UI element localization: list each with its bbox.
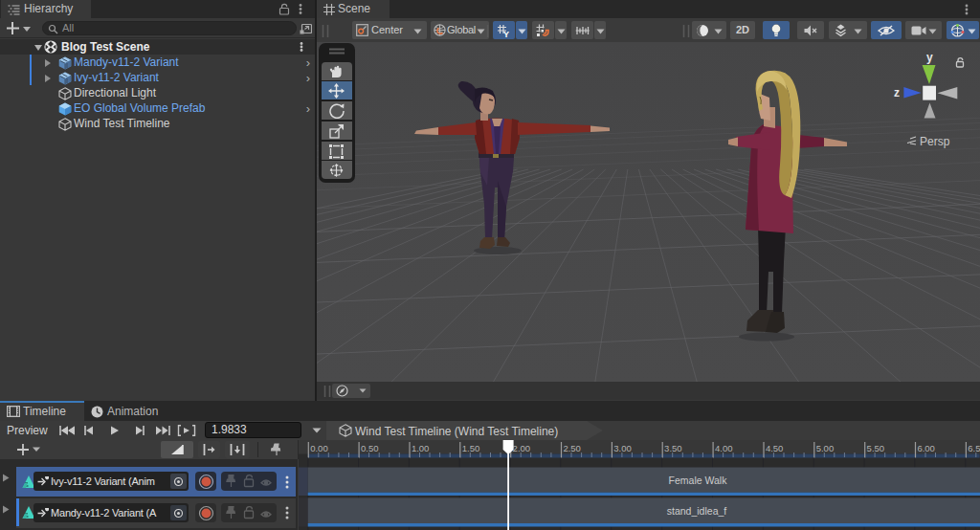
svg-text:4.00: 4.00	[715, 443, 733, 453]
svg-text:1.00: 1.00	[412, 443, 430, 453]
svg-text:3.50: 3.50	[664, 443, 682, 453]
svg-text:1.50: 1.50	[462, 443, 480, 453]
svg-text:stand_idlea_f: stand_idlea_f	[667, 505, 727, 517]
svg-text:5.50: 5.50	[867, 443, 885, 453]
svg-text:Female Walk: Female Walk	[669, 475, 728, 486]
svg-text:2.50: 2.50	[563, 443, 581, 453]
svg-text:Wind Test Timeline (Wind Test: Wind Test Timeline (Wind Test Timeline)	[355, 425, 558, 438]
svg-text:0.50: 0.50	[361, 443, 379, 453]
svg-text:z: z	[894, 86, 900, 99]
svg-text:3.00: 3.00	[613, 443, 632, 453]
svg-text:y: y	[926, 51, 933, 64]
svg-text:4.50: 4.50	[766, 443, 784, 453]
svg-text:Y: Y	[503, 30, 509, 38]
svg-text:2.00: 2.00	[513, 443, 531, 453]
svg-text:6.00: 6.00	[917, 443, 935, 453]
svg-text:5.00: 5.00	[816, 443, 835, 453]
svg-text:0.00: 0.00	[310, 443, 328, 453]
svg-text:6.50: 6.50	[968, 443, 980, 453]
svg-text:Persp: Persp	[920, 135, 950, 148]
